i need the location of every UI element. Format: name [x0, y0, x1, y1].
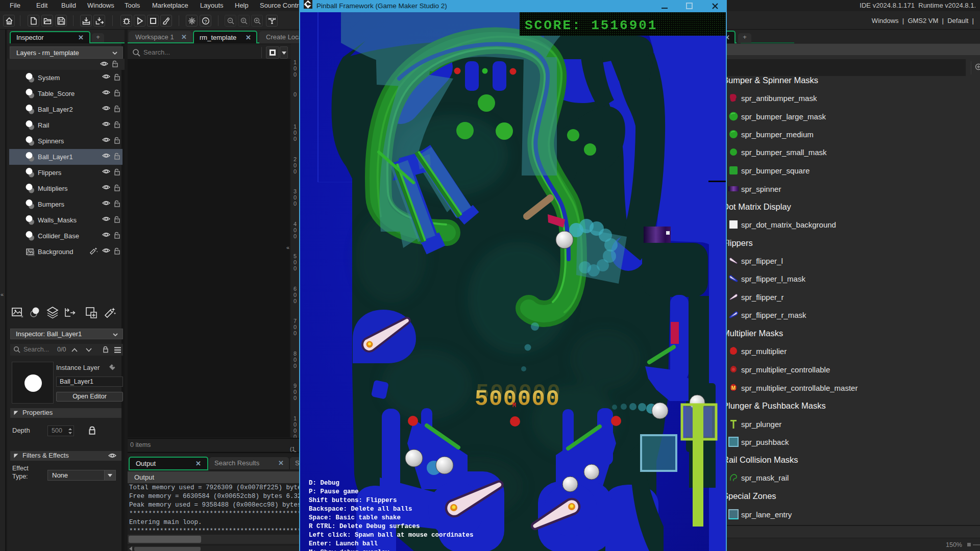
- svg-text:?: ?: [204, 18, 207, 24]
- svg-text:Space: Basic table shake: Space: Basic table shake: [309, 514, 401, 521]
- svg-text:Backspace: Delete all balls: Backspace: Delete all balls: [309, 506, 412, 513]
- svg-text:Enter: Launch ball: Enter: Launch ball: [309, 540, 378, 547]
- svg-text:R CTRL: Delete Debug surfaces: R CTRL: Delete Debug surfaces: [309, 523, 420, 530]
- svg-text:500000: 500000: [475, 386, 560, 412]
- svg-text:M: M: [512, 402, 516, 409]
- svg-text:M: Show debug overlay: M: Show debug overlay: [309, 549, 389, 551]
- svg-text:Shift buttons: Flippers: Shift buttons: Flippers: [309, 497, 397, 504]
- svg-text:P: Pause game: P: Pause game: [309, 488, 359, 495]
- svg-text:Left click: Spawn ball at mous: Left click: Spawn ball at mouse coordina…: [309, 532, 474, 539]
- svg-text:SCORE: 1516901: SCORE: 1516901: [525, 18, 657, 33]
- svg-text:M: M: [731, 385, 736, 391]
- svg-text:D: Debug: D: Debug: [309, 480, 339, 487]
